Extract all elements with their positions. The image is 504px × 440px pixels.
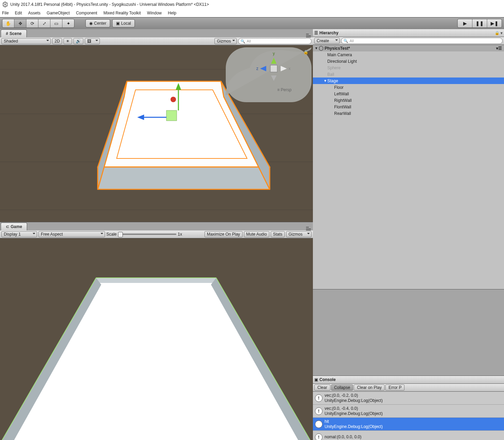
hierarchy-item[interactable]: RearWall xyxy=(313,110,504,117)
create-label: Create xyxy=(317,38,329,43)
error-pause-button[interactable]: Error P xyxy=(385,384,405,391)
transform-tool-group: ✋ ✥ ⟳ ⤢ ▭ ✦ xyxy=(2,19,74,28)
aspect-label: Free Aspect xyxy=(41,232,63,237)
console-log-row[interactable]: !nomal:(0.0, 0.0, 0.0) xyxy=(313,431,504,440)
console-log-text: vec;(0.0, -0.2, 0.0)UnityEngine.Debug:Lo… xyxy=(325,393,383,403)
pause-button[interactable]: ❚❚ xyxy=(472,19,487,27)
hierarchy-item[interactable]: Sphere xyxy=(313,64,504,71)
play-button[interactable]: ▶ xyxy=(458,19,472,27)
hierarchy-item-label: RearWall xyxy=(334,111,351,116)
window-title: Unity 2017.4.18f1 Personal (64bit) - Phy… xyxy=(10,2,209,7)
hierarchy-subbar: Create 🔍 All xyxy=(313,37,504,45)
effects-dropdown[interactable]: 🖼 xyxy=(85,38,100,44)
console-log-row[interactable]: !hitUnityEngine.Debug:Log(Object) xyxy=(313,418,504,431)
search-icon: 🔍 xyxy=(343,39,348,43)
scale-slider[interactable]: 1x xyxy=(118,232,182,237)
maximize-on-play[interactable]: Maximize On Play xyxy=(204,231,243,237)
clear-on-play-button[interactable]: Clear on Play xyxy=(354,384,385,391)
scene-toolbar: Shaded 2D ☀ 🔊 🖼 Gizmos 🔍 All xyxy=(0,37,313,45)
pivot-label: Center xyxy=(94,21,106,26)
scene-tab-row: # Scene xyxy=(0,29,313,37)
console-log-row[interactable]: !vec;(0.0, -0.4, 0.0)UnityEngine.Debug:L… xyxy=(313,405,504,418)
game-view[interactable] xyxy=(0,238,313,440)
console-list: !vec;(0.0, -0.2, 0.0)UnityEngine.Debug:L… xyxy=(313,392,504,440)
scale-tool[interactable]: ⤢ xyxy=(38,19,50,27)
display-dropdown[interactable]: Display 1 xyxy=(1,231,37,237)
hierarchy-search-placeholder: All xyxy=(350,39,354,43)
hierarchy-item[interactable]: FlontWall xyxy=(313,104,504,110)
svg-rect-10 xyxy=(166,110,177,121)
menu-edit[interactable]: Edit xyxy=(15,11,22,15)
gizmos-dropdown[interactable]: Gizmos xyxy=(214,38,237,44)
pivot-mode-button[interactable]: ◉ Center xyxy=(85,19,110,27)
hierarchy-item-label: Stage xyxy=(327,79,338,83)
game-toolbar: Display 1 Free Aspect Scale 1x Maximize … xyxy=(0,230,313,238)
unity-logo-icon xyxy=(2,1,8,8)
scene-name: PhysicsTest* xyxy=(325,46,350,51)
rect-tool[interactable]: ▭ xyxy=(50,19,62,27)
mute-audio[interactable]: Mute Audio xyxy=(244,231,269,237)
menu-file[interactable]: File xyxy=(2,11,9,15)
console-header[interactable]: ▣ Console xyxy=(313,376,504,384)
panel-menu-icon[interactable] xyxy=(306,33,311,37)
hierarchy-panel: ☰ Hierarchy 🔒 ▾ Create 🔍 All ▼ PhysicsTe… xyxy=(313,29,504,289)
lighting-toggle[interactable]: ☀ xyxy=(63,38,72,44)
game-tab[interactable]: ⊂ Game xyxy=(1,223,27,230)
hierarchy-item[interactable]: LeftWall xyxy=(313,91,504,97)
collapse-button[interactable]: Collapse xyxy=(331,384,353,391)
hierarchy-header: ☰ Hierarchy 🔒 ▾ xyxy=(313,29,504,37)
menu-assets[interactable]: Assets xyxy=(28,11,40,15)
hierarchy-search[interactable]: 🔍 All xyxy=(341,38,503,44)
hierarchy-item[interactable]: Ball xyxy=(313,71,504,78)
scene-search[interactable]: 🔍 All xyxy=(238,38,312,44)
game-gizmos-label: Gizmos xyxy=(289,232,303,237)
expand-arrow-icon[interactable]: ▼ xyxy=(314,46,318,50)
scene-tab[interactable]: # Scene xyxy=(1,29,27,37)
scene-row[interactable]: ▼ PhysicsTest* ▾☰ xyxy=(313,45,504,51)
hierarchy-item[interactable]: Floor xyxy=(313,84,504,91)
game-gizmos-dropdown[interactable]: Gizmos xyxy=(286,231,312,237)
lock-icon[interactable]: 🔒 ▾ xyxy=(495,31,503,35)
display-label: Display 1 xyxy=(4,232,21,237)
hierarchy-item[interactable]: Directional Light xyxy=(313,58,504,64)
audio-toggle[interactable]: 🔊 xyxy=(73,38,83,44)
create-dropdown[interactable]: Create xyxy=(314,38,340,44)
menu-mrtk[interactable]: Mixed Reality Toolkit xyxy=(103,11,141,15)
console-log-text: nomal:(0.0, 0.0, 0.0) xyxy=(325,435,361,440)
menu-component[interactable]: Component xyxy=(76,11,97,15)
clear-button[interactable]: Clear xyxy=(314,384,330,391)
shading-dropdown[interactable]: Shaded xyxy=(1,38,51,44)
scene-view[interactable]: y z x ≡ Persp 🔒 xyxy=(0,45,313,222)
menu-window[interactable]: Window xyxy=(147,11,162,15)
stats-button[interactable]: Stats xyxy=(271,231,285,237)
console-icon: ▣ xyxy=(314,377,318,382)
handle-rotation-button[interactable]: ▣ Local xyxy=(112,19,135,27)
hierarchy-title: Hierarchy xyxy=(319,31,338,35)
play-controls: ▶ ❚❚ ▶❚ xyxy=(457,19,502,28)
scene-menu-icon[interactable]: ▾☰ xyxy=(496,46,502,51)
svg-marker-6 xyxy=(98,167,270,189)
hand-tool[interactable]: ✋ xyxy=(2,19,14,27)
step-button[interactable]: ▶❚ xyxy=(487,19,502,27)
hierarchy-item[interactable]: Main Camera xyxy=(313,51,504,58)
rotate-tool[interactable]: ⟳ xyxy=(26,19,38,27)
main-toolbar: ✋ ✥ ⟳ ⤢ ▭ ✦ ◉ Center ▣ Local ▶ ❚❚ ▶❚ xyxy=(0,17,504,29)
menu-help[interactable]: Help xyxy=(168,11,176,15)
hierarchy-item[interactable]: ▼Stage xyxy=(313,78,504,84)
info-icon: ! xyxy=(315,394,323,402)
expand-arrow-icon[interactable]: ▼ xyxy=(323,79,327,83)
hierarchy-item-label: Main Camera xyxy=(327,52,352,57)
menu-gameobject[interactable]: GameObject xyxy=(47,11,70,15)
game-tab-icon: ⊂ xyxy=(6,224,9,229)
aspect-dropdown[interactable]: Free Aspect xyxy=(38,231,105,237)
console-title: Console xyxy=(319,377,336,382)
console-log-row[interactable]: !vec;(0.0, -0.2, 0.0)UnityEngine.Debug:L… xyxy=(313,392,504,405)
hierarchy-item-label: Directional Light xyxy=(327,59,357,64)
2d-toggle[interactable]: 2D xyxy=(52,38,62,44)
scale-value: 1x xyxy=(178,232,182,237)
move-tool[interactable]: ✥ xyxy=(14,19,26,27)
panel-menu-icon[interactable] xyxy=(306,226,311,230)
hierarchy-item[interactable]: RightWall xyxy=(313,97,504,104)
svg-marker-24 xyxy=(96,278,216,283)
transform-tool[interactable]: ✦ xyxy=(62,19,74,27)
